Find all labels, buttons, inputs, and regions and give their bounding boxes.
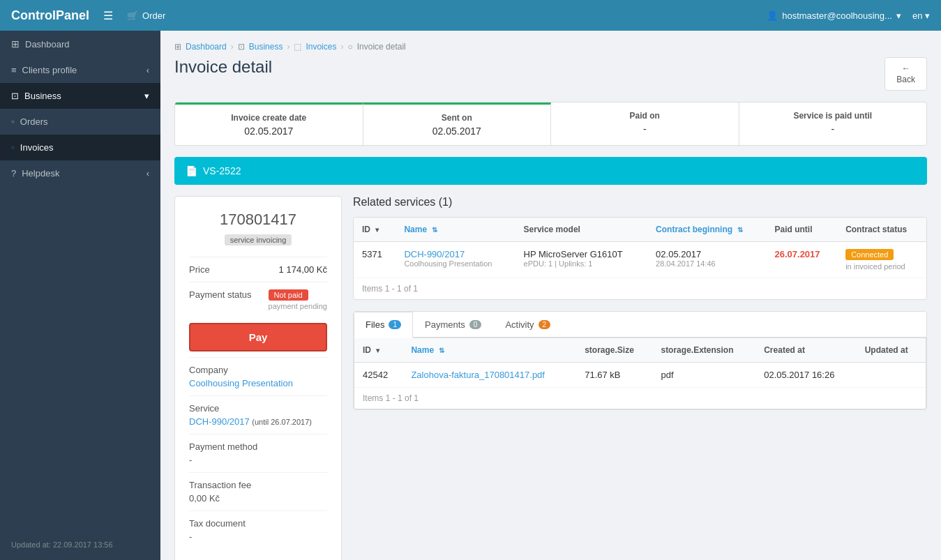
breadcrumb-sep2: ›: [287, 42, 289, 52]
cell-service-model-sub: ePDU: 1 | Uplinks: 1: [524, 259, 640, 268]
sidebar-item-orders[interactable]: ○ Orders: [0, 109, 160, 135]
transaction-fee-label: Transaction fee: [189, 480, 327, 490]
service-value: DCH-990/2017 (until 26.07.2017): [189, 416, 327, 427]
sidebar-label-invoices: Invoices: [20, 142, 54, 153]
tab-payments[interactable]: Payments 0: [413, 312, 493, 337]
menu-icon[interactable]: ☰: [103, 9, 113, 22]
invoice-number: 170801417: [189, 211, 327, 229]
lang-dropdown-icon: ▾: [925, 10, 930, 21]
tab-files[interactable]: Files 1: [354, 312, 413, 338]
breadcrumb: ⊞ Dashboard › ⊡ Business › ⬚ Invoices › …: [174, 42, 927, 52]
back-button[interactable]: ← Back: [884, 57, 927, 91]
not-paid-badge: Not paid: [269, 289, 308, 301]
company-value: Coolhousing Presentation: [189, 378, 327, 388]
files-thead: ID ▾ Name ⇅ storage.Size storage.Extensi…: [354, 338, 926, 363]
info-card-value-3: -: [751, 123, 916, 135]
language-selector[interactable]: en ▾: [912, 10, 930, 21]
files-id-sort: ▾: [376, 347, 379, 354]
sidebar-footer: Updated at: 22.09.2017 13:56: [0, 529, 160, 560]
info-card-label-3: Service is paid until: [751, 111, 916, 121]
vs-text: VS-2522: [203, 165, 241, 176]
files-tbody: 42542 Zalohova-faktura_170801417.pdf 71.…: [354, 363, 926, 388]
table-row: 5371 DCH-990/2017 Coolhousing Presentati…: [354, 242, 926, 278]
dashboard-icon: ⊞: [11, 38, 20, 50]
service-link[interactable]: DCH-990/2017: [189, 416, 250, 427]
tab-files-badge: 1: [389, 320, 401, 329]
related-services-table: ID ▾ Name ⇅ Service model Contract begin…: [354, 218, 926, 278]
vs-bar: 📄 VS-2522: [174, 157, 927, 185]
tabs: Files 1 Payments 0 Activity 2: [354, 312, 926, 338]
file-id: 42542: [354, 363, 402, 388]
business-icon: ⊡: [11, 91, 19, 101]
payment-status-label: Payment status: [189, 289, 252, 300]
table-row: 42542 Zalohova-faktura_170801417.pdf 71.…: [354, 363, 926, 388]
cell-name: DCH-990/2017 Coolhousing Presentation: [396, 242, 515, 278]
sidebar-item-invoices[interactable]: ○ Invoices: [0, 135, 160, 160]
related-services-table-container: ID ▾ Name ⇅ Service model Contract begin…: [353, 217, 927, 300]
related-services-tbody: 5371 DCH-990/2017 Coolhousing Presentati…: [354, 242, 926, 278]
breadcrumb-business[interactable]: Business: [249, 42, 283, 52]
user-dropdown-icon: ▾: [896, 10, 901, 21]
tab-payments-label: Payments: [425, 319, 465, 330]
order-nav-item[interactable]: 🛒 Order: [127, 10, 165, 21]
service-name-link[interactable]: DCH-990/2017: [404, 249, 465, 259]
service-badge: service invoicing: [225, 234, 292, 245]
tab-files-label: Files: [366, 319, 384, 330]
info-card-label-1: Sent on: [375, 113, 540, 123]
col-id[interactable]: ID ▾: [354, 218, 396, 242]
related-services-items-count: Items 1 - 1 of 1: [354, 278, 926, 299]
cell-contract-beginning-sub: 28.04.2017 14:46: [656, 259, 758, 268]
tab-activity[interactable]: Activity 2: [493, 312, 562, 337]
vs-file-icon: 📄: [186, 165, 197, 176]
payment-status-row: Payment status Not paid payment pending: [189, 282, 327, 317]
name-sort-icon: ⇅: [432, 226, 437, 234]
files-col-name[interactable]: Name ⇅: [402, 338, 576, 363]
files-items-count: Items 1 - 1 of 1: [354, 388, 926, 409]
files-col-ext: storage.Extension: [652, 338, 755, 363]
lang-label: en: [912, 10, 922, 21]
file-name-link[interactable]: Zalohova-faktura_170801417.pdf: [411, 370, 545, 380]
breadcrumb-invoices[interactable]: Invoices: [306, 42, 336, 52]
breadcrumb-circle-icon: ○: [347, 42, 352, 52]
files-col-created: Created at: [755, 338, 857, 363]
left-panel: 170801417 service invoicing Price 1 174,…: [174, 196, 342, 560]
sidebar-label-clients: Clients profile: [22, 65, 77, 75]
col-name[interactable]: Name ⇅: [396, 218, 515, 242]
sidebar-sub-business: ○ Orders ○ Invoices: [0, 109, 160, 160]
main-content: ⊞ Dashboard › ⊡ Business › ⬚ Invoices › …: [160, 31, 941, 560]
sidebar-item-helpdesk[interactable]: ? Helpdesk ‹: [0, 160, 160, 186]
transaction-fee-row: Transaction fee 0,00 Kč: [189, 472, 327, 510]
user-menu[interactable]: 👤 hostmaster@coolhousing... ▾: [767, 10, 901, 21]
tab-activity-badge: 2: [539, 320, 551, 329]
back-arrow-icon: ←: [902, 63, 910, 73]
tab-payments-badge: 0: [469, 320, 482, 329]
col-contract-beginning[interactable]: Contract beginning ⇅: [647, 218, 766, 242]
sidebar-item-business[interactable]: ⊡ Business ▾: [0, 83, 160, 109]
paid-until-value: 26.07.2017: [774, 249, 820, 259]
file-updated: [857, 363, 926, 388]
top-nav-left: ControlPanel ☰ 🛒 Order: [11, 8, 165, 23]
sidebar: ⊞ Dashboard ≡ Clients profile ‹ ⊡ Busine…: [0, 31, 160, 560]
related-services-title: Related services (1): [353, 196, 927, 209]
cell-company: Coolhousing Presentation: [404, 259, 506, 268]
invoices-dot-icon: ○: [11, 144, 15, 151]
invoice-card: 170801417 service invoicing Price 1 174,…: [174, 196, 342, 560]
sidebar-item-dashboard[interactable]: ⊞ Dashboard: [0, 31, 160, 57]
cell-contract-beginning: 02.05.2017 28.04.2017 14:46: [647, 242, 766, 278]
sidebar-item-clients-profile[interactable]: ≡ Clients profile ‹: [0, 57, 160, 83]
breadcrumb-sep3: ›: [340, 42, 343, 52]
price-value: 1 174,00 Kč: [279, 264, 327, 275]
related-services-thead: ID ▾ Name ⇅ Service model Contract begin…: [354, 218, 926, 242]
breadcrumb-dashboard[interactable]: Dashboard: [186, 42, 227, 52]
info-card-sent-on: Sent on 02.05.2017: [363, 103, 552, 145]
sidebar-label-helpdesk: Helpdesk: [22, 168, 59, 179]
info-card-value-1: 02.05.2017: [375, 126, 540, 137]
files-col-id[interactable]: ID ▾: [354, 338, 402, 363]
info-card-value-2: -: [562, 123, 728, 135]
business-chevron-icon: ▾: [144, 91, 149, 101]
info-card-label-2: Paid on: [562, 111, 728, 121]
col-service-model: Service model: [515, 218, 648, 242]
pay-button[interactable]: Pay: [189, 323, 327, 351]
brand-title: ControlPanel: [11, 8, 89, 23]
breadcrumb-invoices-icon: ⬚: [294, 42, 301, 52]
